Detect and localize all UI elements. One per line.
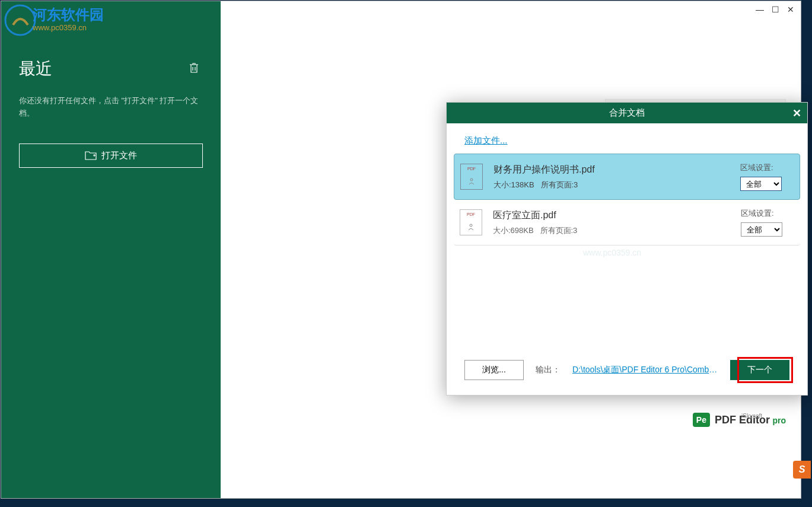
file-info: 财务用户操作说明书.pdf 大小:138KB 所有页面:3 <box>493 164 740 190</box>
orange-badge-icon[interactable]: S <box>793 461 811 479</box>
recent-title: 最近 <box>19 58 52 80</box>
minimize-button[interactable]: — <box>754 4 765 15</box>
folder-plus-icon <box>85 151 97 160</box>
sidebar: 河东软件园 www.pc0359.cn 最近 你还没有打开任何文件，点击 "打开… <box>1 1 221 498</box>
svg-point-4 <box>470 178 473 181</box>
file-meta: 大小:698KB 所有页面:3 <box>493 225 741 236</box>
browse-button[interactable]: 浏览... <box>464 360 524 380</box>
region-select[interactable]: 全部 <box>740 177 782 191</box>
merge-dialog: 合并文档 ✕ 添加文件... 财务用户操作说明书.pdf 大小:138KB 所有… <box>446 102 808 396</box>
brand-suffix: pro <box>772 416 786 425</box>
region-label: 区域设置: <box>740 162 794 173</box>
file-name: 财务用户操作说明书.pdf <box>493 164 740 176</box>
region-select[interactable]: 全部 <box>741 222 782 237</box>
watermark-logo: 河东软件园 www.pc0359.cn <box>4 4 75 31</box>
next-button[interactable]: 下一个 <box>730 360 789 380</box>
file-list: 财务用户操作说明书.pdf 大小:138KB 所有页面:3 区域设置: 全部 <box>447 154 807 245</box>
pe-badge: Pe <box>693 413 710 427</box>
main-area: — ☐ ✕ PDF 转换 批量处理 <box>221 1 801 498</box>
file-row[interactable]: 财务用户操作说明书.pdf 大小:138KB 所有页面:3 区域设置: 全部 <box>454 154 800 200</box>
dialog-header: 合并文档 ✕ <box>447 103 807 123</box>
file-info: 医疗室立面.pdf 大小:698KB 所有页面:3 <box>493 209 741 236</box>
dialog-title: 合并文档 <box>609 107 645 119</box>
output-path-link[interactable]: D:\tools\桌面\PDF Editor 6 Pro\Combi... <box>572 365 718 375</box>
file-name: 医疗室立面.pdf <box>493 209 741 222</box>
region-settings: 区域设置: 全部 <box>740 162 794 191</box>
pdf-icon <box>460 164 483 190</box>
faint-watermark: www.pc0359.cn <box>583 248 641 257</box>
dialog-close-button[interactable]: ✕ <box>792 107 801 120</box>
brand-bar: Pe iSkysoft PDF Editor pro <box>693 413 786 427</box>
window-controls: — ☐ ✕ <box>754 4 796 15</box>
watermark-url: www.pc0359.cn <box>33 23 104 32</box>
brand-small: iSkysoft <box>741 413 762 419</box>
add-files-link[interactable]: 添加文件... <box>464 135 508 146</box>
trash-button[interactable] <box>185 60 203 78</box>
pdf-icon <box>460 209 482 235</box>
close-button[interactable]: ✕ <box>785 4 796 15</box>
open-file-label: 打开文件 <box>101 150 137 161</box>
maximize-button[interactable]: ☐ <box>770 4 781 15</box>
output-label: 输出： <box>536 365 561 375</box>
svg-point-5 <box>470 224 472 227</box>
trash-icon <box>189 62 199 74</box>
watermark-name: 河东软件园 <box>33 5 104 24</box>
dialog-footer: 浏览... 输出： D:\tools\桌面\PDF Editor 6 Pro\C… <box>447 345 807 395</box>
recent-description: 你还没有打开任何文件，点击 "打开文件" 打开一个文档。 <box>1 86 221 129</box>
file-meta: 大小:138KB 所有页面:3 <box>493 180 740 190</box>
file-row[interactable]: 医疗室立面.pdf 大小:698KB 所有页面:3 区域设置: 全部 <box>454 200 800 245</box>
region-settings: 区域设置: 全部 <box>741 208 794 237</box>
open-file-button[interactable]: 打开文件 <box>19 144 203 168</box>
region-label: 区域设置: <box>741 208 794 219</box>
app-window: 河东软件园 www.pc0359.cn 最近 你还没有打开任何文件，点击 "打开… <box>1 1 801 499</box>
